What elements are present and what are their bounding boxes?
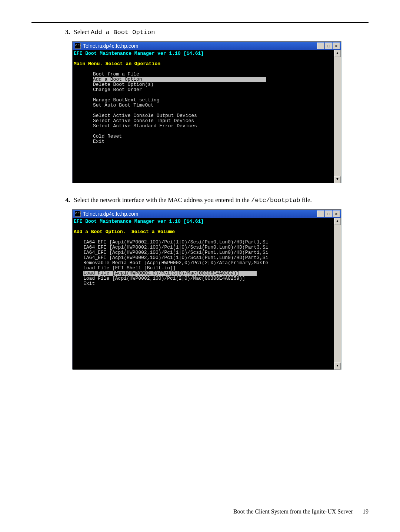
menu-item[interactable]: Select Active Console Input Devices (74, 118, 341, 124)
menu-item[interactable]: Set Auto Boot TimeOut (74, 103, 341, 108)
titlebar-2: c:\ Telnet iuxlp4c.fc.hp.com _ □ × (73, 210, 341, 218)
terminal-body-2: ▲ ▼ EFI Boot Maintenance Manager ver 1.1… (73, 218, 341, 370)
menu-item[interactable]: Select Active Standard Error Devices (74, 124, 341, 129)
menu-item[interactable]: Select Active Console Output Devices (74, 113, 341, 118)
menu-item[interactable]: Load File [Acpi(HWP0002,100)/Pci(2|0)/Ma… (74, 276, 341, 281)
menu-item[interactable]: Add a Boot Option (74, 77, 341, 82)
close-button[interactable]: × (333, 43, 340, 49)
terminal-body-1: ▲ ▼ EFI Boot Maintenance Manager ver 1.1… (73, 50, 341, 183)
menu-item (74, 129, 341, 134)
menu-item[interactable]: IA64_EFI [Acpi(HWP0002,100)/Pci(1|0)/Scs… (74, 255, 341, 260)
menu-item[interactable]: Exit (74, 281, 341, 286)
step-4-textA: Select the network interface with the MA… (74, 196, 251, 203)
window-controls-1: _ □ × (317, 43, 340, 49)
step-3: 3. Select Add a Boot Option (61, 28, 369, 37)
menu-item[interactable]: Cold Reset (74, 134, 341, 139)
step-3-code: Add a Boot Option (91, 29, 155, 36)
efi-header: EFI Boot Maintenance Manager ver 1.10 [1… (74, 219, 341, 224)
footer-title: Boot the Client System from the Ignite-U… (233, 508, 353, 515)
selected-item[interactable]: Load File [Acpi(HWP0002,0)/Pci(3|0)/Mac(… (83, 271, 257, 276)
minimize-button[interactable]: _ (317, 211, 324, 217)
menu-item[interactable]: IA64_EFI [Acpi(HWP0002,100)/Pci(1|0)/Scs… (74, 250, 341, 255)
close-button[interactable]: × (333, 211, 340, 217)
step-4-num: 4. (61, 196, 70, 205)
menu-item[interactable]: Delete Boot Option(s) (74, 82, 341, 87)
window-controls-2: _ □ × (317, 211, 340, 217)
efi-subheader: Add a Boot Option. Select a Volume (74, 229, 341, 235)
step-4-code: /etc/bootptab (251, 197, 300, 204)
scroll-down-icon[interactable]: ▼ (334, 363, 341, 370)
page-footer: Boot the Client System from the Ignite-U… (0, 508, 369, 515)
window-title-1: Telnet iuxlp4c.fc.hp.com (83, 43, 138, 48)
menu-item[interactable]: IA64_EFI [Acpi(HWP0002,100)/Pci(1|0)/Scs… (74, 240, 341, 245)
page-rule (31, 22, 369, 23)
page-number: 19 (363, 508, 369, 515)
menu-item[interactable]: Manage BootNext setting (74, 98, 341, 103)
efi-subheader: Main Menu. Select an Operation (74, 61, 341, 67)
menu-item (74, 92, 341, 98)
menu-item[interactable]: IA64_EFI [Acpi(HWP0002,100)/Pci(1|0)/Scs… (74, 245, 341, 250)
maximize-button[interactable]: □ (325, 43, 332, 49)
efi-header: EFI Boot Maintenance Manager ver 1.10 [1… (74, 51, 341, 56)
step-3-text: Select (74, 28, 91, 36)
step-4: 4. Select the network interface with the… (61, 196, 369, 205)
minimize-button[interactable]: _ (317, 43, 324, 49)
selected-item[interactable]: Add a Boot Option (93, 77, 266, 82)
window-title-2: Telnet iuxlp4c.fc.hp.com (83, 211, 138, 216)
maximize-button[interactable]: □ (325, 211, 332, 217)
telnet-window-1: c:\ Telnet iuxlp4c.fc.hp.com _ □ × ▲ ▼ E… (72, 41, 341, 183)
scroll-down-icon[interactable]: ▼ (334, 176, 341, 183)
app-icon: c:\ (75, 211, 81, 217)
step-3-num: 3. (61, 28, 70, 37)
menu-item[interactable]: Load File [EFI Shell [Built-in]] (74, 266, 341, 271)
scroll-up-icon[interactable]: ▲ (334, 218, 341, 225)
menu-item[interactable]: Removable Media Boot [Acpi(HWP0002,0)/Pc… (74, 260, 341, 266)
menu-item[interactable]: Change Boot Order (74, 87, 341, 92)
menu-item (74, 108, 341, 113)
telnet-window-2: c:\ Telnet iuxlp4c.fc.hp.com _ □ × ▲ ▼ E… (72, 209, 341, 369)
app-icon: c:\ (75, 43, 81, 49)
step-4-textB: file. (300, 196, 312, 203)
menu-item[interactable]: Exit (74, 139, 341, 144)
scroll-up-icon[interactable]: ▲ (334, 50, 341, 57)
scrollbar-1[interactable]: ▲ ▼ (334, 50, 341, 183)
menu-item[interactable]: Boot from a File (74, 72, 341, 77)
menu-item[interactable]: Load File [Acpi(HWP0002,0)/Pci(3|0)/Mac(… (74, 271, 341, 276)
titlebar-1: c:\ Telnet iuxlp4c.fc.hp.com _ □ × (73, 42, 341, 50)
scrollbar-2[interactable]: ▲ ▼ (334, 218, 341, 370)
